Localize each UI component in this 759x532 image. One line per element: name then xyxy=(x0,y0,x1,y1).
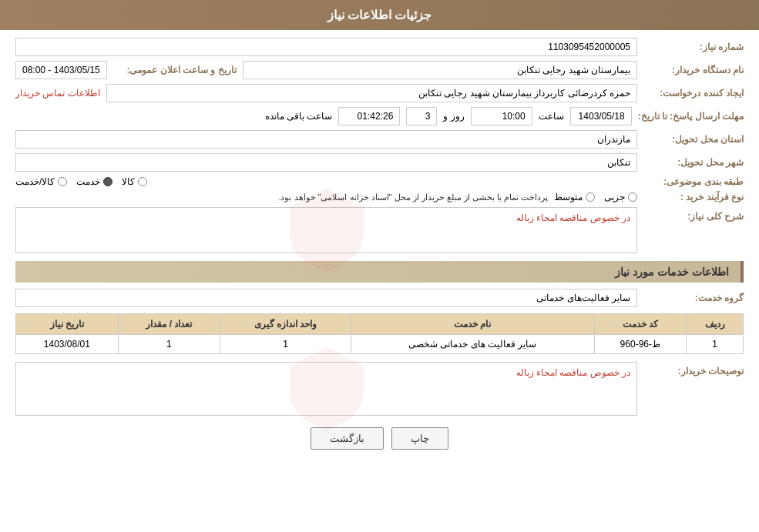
col-header-date: تاریخ نیاز xyxy=(16,314,119,335)
buyer-desc-inner: در خصوص مناقصه امحاء زباله xyxy=(15,362,637,416)
general-desc-wrapper: شرح کلی نیاز: در خصوص مناقصه امحاء زباله xyxy=(15,207,744,253)
col-header-row: ردیف xyxy=(687,314,744,335)
response-days-value: 3 xyxy=(406,107,437,125)
purchase-type-jozi-label: جزیی xyxy=(604,192,625,202)
watermark-shield xyxy=(280,184,373,276)
creator-label: ایجاد کننده درخواست: xyxy=(643,88,744,99)
radio-kala-khedmat xyxy=(58,177,67,186)
category-option-1[interactable]: کالا xyxy=(122,176,147,187)
response-time-value: 10:00 xyxy=(471,107,532,125)
city-row: شهر محل تحویل: تنکابن xyxy=(15,153,744,172)
table-row: 1 ط-96-960 سایر فعالیت های خدماتی شخصی 1… xyxy=(16,335,744,354)
province-value: مازندران xyxy=(15,130,637,149)
col-header-unit: واحد اندازه گیری xyxy=(220,314,351,335)
services-section-title: اطلاعات خدمات مورد نیاز xyxy=(15,261,744,283)
radio-khedmat xyxy=(103,177,113,186)
buyer-desc-value: در خصوص مناقصه امحاء زباله xyxy=(516,367,630,378)
request-number-row: شماره نیاز: 1103095452000005 xyxy=(15,38,744,56)
cell-row-num: 1 xyxy=(687,335,744,354)
watermark-shield-2 xyxy=(280,343,373,435)
button-bar: چاپ بازگشت xyxy=(15,427,744,450)
request-number-label: شماره نیاز: xyxy=(643,42,744,52)
creator-row: ایجاد کننده درخواست: حمزه کردرضائی کاربر… xyxy=(15,84,744,102)
creator-value: حمزه کردرضائی کاربرداز بیمارستان شهید رج… xyxy=(106,84,637,102)
category-label: طبقه بندی موضوعی: xyxy=(643,176,744,187)
announce-date-label: تاریخ و ساعت اعلان عمومی: xyxy=(113,65,237,75)
service-table-head: ردیف کد خدمت نام خدمت واحد اندازه گیری ت… xyxy=(16,314,744,335)
purchase-type-motavasset-label: متوسط xyxy=(554,192,583,202)
buyer-desc-label: توصیحات خریدار: xyxy=(643,366,744,376)
category-option-2-label: خدمت xyxy=(76,176,100,187)
response-date-row: مهلت ارسال پاسخ: تا تاریخ: 1403/05/18 سا… xyxy=(15,107,744,125)
province-label: استان محل تحویل: xyxy=(643,134,744,145)
category-option-2[interactable]: خدمت xyxy=(76,176,113,187)
cell-qty: 1 xyxy=(118,335,220,354)
purchase-type-jozi[interactable]: جزیی xyxy=(604,192,637,202)
response-days-label: روز و xyxy=(443,111,464,122)
main-content: شماره نیاز: 1103095452000005 نام دستگاه … xyxy=(0,30,759,469)
col-header-name: نام خدمت xyxy=(351,314,595,335)
general-desc-box: در خصوص مناقصه امحاء زباله xyxy=(15,207,637,253)
response-date-label: مهلت ارسال پاسخ: تا تاریخ: xyxy=(638,111,744,122)
buyer-org-label: نام دستگاه خریدار: xyxy=(643,65,744,75)
radio-kala xyxy=(138,177,147,186)
cell-date: 1403/08/01 xyxy=(16,335,119,354)
province-row: استان محل تحویل: مازندران xyxy=(15,130,744,149)
response-time-label: ساعت xyxy=(539,111,564,122)
purchase-type-row: نوع فرآیند خرید : جزیی متوسط پرداخت تمام… xyxy=(15,192,744,202)
radio-jozi xyxy=(628,192,637,202)
buyer-org-value: بیمارستان شهید رجایی تنکابن xyxy=(243,61,637,79)
print-button[interactable]: چاپ xyxy=(391,427,448,450)
announce-date-value: 1403/05/15 - 08:00 xyxy=(15,61,107,79)
service-table-header-row: ردیف کد خدمت نام خدمت واحد اندازه گیری ت… xyxy=(16,314,744,335)
response-remaining-value: 01:42:26 xyxy=(338,107,400,125)
category-option-3-label: کالا/خدمت xyxy=(15,176,55,187)
col-header-qty: تعداد / مقدار xyxy=(118,314,220,335)
page-wrapper: جزئیات اطلاعات نیاز شماره نیاز: 11030954… xyxy=(0,0,759,532)
purchase-type-label: نوع فرآیند خرید : xyxy=(643,192,744,202)
city-value: تنکابن xyxy=(15,153,637,172)
service-group-row: گروه خدمت: سایر فعالیت‌های خدماتی xyxy=(15,289,744,307)
general-desc-inner: در خصوص مناقصه امحاء زباله xyxy=(15,207,637,253)
response-date-value: 1403/05/18 xyxy=(570,107,632,125)
service-table: ردیف کد خدمت نام خدمت واحد اندازه گیری ت… xyxy=(15,313,744,354)
service-table-body: 1 ط-96-960 سایر فعالیت های خدماتی شخصی 1… xyxy=(16,335,744,354)
cell-code: ط-96-960 xyxy=(594,335,686,354)
general-desc-label: شرح کلی نیاز: xyxy=(643,211,744,222)
purchase-type-radio-group: جزیی متوسط xyxy=(554,192,637,202)
page-title: جزئیات اطلاعات نیاز xyxy=(327,8,432,22)
buyer-org-row: نام دستگاه خریدار: بیمارستان شهید رجایی … xyxy=(15,61,744,79)
service-group-value: سایر فعالیت‌های خدماتی xyxy=(15,289,637,307)
cell-name: سایر فعالیت های خدماتی شخصی xyxy=(351,335,595,354)
buyer-desc-wrapper: توصیحات خریدار: در خصوص مناقصه امحاء زبا… xyxy=(15,362,744,416)
purchase-type-motavasset[interactable]: متوسط xyxy=(554,192,595,202)
service-group-label: گروه خدمت: xyxy=(643,293,744,303)
category-option-3[interactable]: کالا/خدمت xyxy=(15,176,67,187)
col-header-code: کد خدمت xyxy=(594,314,686,335)
response-remaining-label: ساعت باقی مانده xyxy=(265,111,333,122)
category-option-1-label: کالا xyxy=(122,176,135,187)
buyer-desc-box: در خصوص مناقصه امحاء زباله xyxy=(15,362,637,416)
city-label: شهر محل تحویل: xyxy=(643,157,744,168)
radio-motavasset xyxy=(586,192,595,202)
request-number-value: 1103095452000005 xyxy=(15,38,637,56)
category-row: طبقه بندی موضوعی: کالا خدمت کالا/خدمت xyxy=(15,176,744,187)
contact-link[interactable]: اطلاعات تماس خریدار xyxy=(15,88,100,99)
general-desc-value: در خصوص مناقصه امحاء زباله xyxy=(516,212,630,223)
page-header: جزئیات اطلاعات نیاز xyxy=(0,0,759,30)
